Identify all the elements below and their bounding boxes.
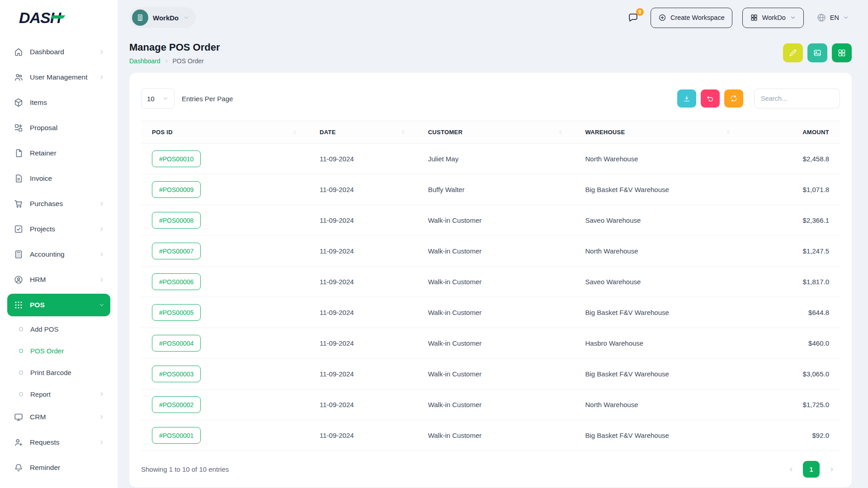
prev-page-button[interactable]	[783, 461, 799, 478]
language-selector[interactable]: EN	[814, 12, 852, 23]
pos-id-badge[interactable]: #POS00008	[152, 212, 201, 229]
sidebar-item-dashboard[interactable]: Dashboard	[7, 41, 110, 63]
edit-button[interactable]	[783, 43, 803, 62]
chevron-down-icon	[183, 14, 189, 21]
sidebar-item-reminder[interactable]: Reminder	[7, 456, 110, 479]
cell-amount: $2,366.1	[742, 205, 840, 236]
cell-warehouse: Big Basket F&V Warehouse	[575, 420, 742, 451]
cell-warehouse: North Warehouse	[575, 389, 742, 420]
table-row: #POS00004 11-09-2024 Walk-in Customer Ha…	[141, 328, 840, 359]
cell-amount: $1,817.0	[742, 267, 840, 297]
pos-id-badge[interactable]: #POS00006	[152, 273, 201, 290]
sort-icon[interactable]	[725, 129, 731, 136]
pos-id-badge[interactable]: #POS00005	[152, 304, 201, 321]
pos-icon	[14, 300, 24, 310]
page-content: Manage POS Order Dashboard POS Order	[118, 35, 868, 488]
circle-icon	[19, 349, 23, 353]
workdo-menu-button[interactable]: WorkDo	[742, 8, 804, 28]
home-icon	[14, 47, 24, 57]
sidebar-item-requests[interactable]: Requests	[7, 431, 110, 454]
pos-id-badge[interactable]: #POS00002	[152, 396, 201, 413]
circle-icon	[19, 371, 23, 375]
sidebar-item-label: Invoice	[30, 174, 105, 183]
pos-id-badge[interactable]: #POS00007	[152, 243, 201, 259]
cell-customer: Walk-in Customer	[417, 267, 575, 297]
sidebar-item-label: CRM	[30, 413, 99, 421]
media-button[interactable]	[807, 43, 827, 62]
sidebar-item-retainer[interactable]: Retainer	[7, 142, 110, 164]
next-page-button[interactable]	[823, 461, 840, 478]
sidebar-item-label: HRM	[30, 276, 99, 284]
reminder-icon	[14, 463, 24, 473]
sidebar-item-hrm[interactable]: HRM	[7, 268, 110, 291]
sidebar-item-items[interactable]: Items	[7, 91, 110, 114]
cell-warehouse: Hasbro Warehouse	[575, 328, 742, 359]
cell-amount: $644.8	[742, 297, 840, 328]
sidebar-subitem-label: Report	[30, 390, 99, 398]
sort-icon[interactable]	[557, 129, 564, 136]
cell-customer: Walk-in Customer	[417, 389, 575, 420]
cell-date: 11-09-2024	[309, 328, 417, 359]
cell-date: 11-09-2024	[309, 236, 417, 267]
logo-row: DASH	[7, 0, 110, 35]
breadcrumb-dashboard-link[interactable]: Dashboard	[129, 57, 160, 65]
quick-actions	[783, 43, 852, 62]
table-footer: Showing 1 to 10 of 10 entries 1	[141, 461, 840, 478]
sidebar-item-user-management[interactable]: User Management	[7, 66, 110, 89]
sidebar-item-label: POS	[30, 301, 99, 309]
search-input[interactable]	[754, 89, 840, 108]
cell-date: 11-09-2024	[309, 297, 417, 328]
sidebar-item-purchases[interactable]: Purchases	[7, 192, 110, 215]
cell-customer: Juliet May	[417, 144, 575, 174]
sidebar-subitem-pos-order[interactable]: POS Order	[7, 341, 110, 361]
workspace-selector[interactable]: WorkDo	[129, 7, 196, 28]
pos-id-badge[interactable]: #POS00004	[152, 335, 201, 352]
sort-icon[interactable]	[292, 129, 298, 136]
cell-date: 11-09-2024	[309, 267, 417, 297]
pos-order-card: 10 Entries Per Page	[129, 73, 852, 488]
purchases-icon	[14, 199, 24, 209]
grid-view-button[interactable]	[832, 43, 852, 62]
sidebar-item-crm[interactable]: CRM	[7, 406, 110, 428]
refresh-button[interactable]	[724, 89, 743, 108]
sidebar-item-accounting[interactable]: Accounting	[7, 243, 110, 266]
sidebar-item-invoice[interactable]: Invoice	[7, 167, 110, 190]
column-date: DATE	[320, 129, 336, 136]
undo-button[interactable]	[701, 89, 720, 108]
pos-id-badge[interactable]: #POS00010	[152, 150, 201, 167]
pencil-icon	[788, 48, 797, 57]
cell-amount: $460.0	[742, 328, 840, 359]
brand-logo[interactable]: DASH	[19, 9, 61, 27]
table-actions	[677, 89, 840, 108]
sidebar-subitem-report[interactable]: Report	[7, 384, 110, 404]
page-1-button[interactable]: 1	[803, 461, 820, 478]
messages-button[interactable]: 0	[626, 10, 641, 25]
projects-icon	[14, 224, 24, 234]
sidebar-item-label: Requests	[30, 438, 99, 446]
cell-amount: $2,458.8	[742, 144, 840, 174]
create-workspace-label: Create Workspace	[670, 14, 725, 21]
sidebar-item-pos[interactable]: POS	[7, 294, 110, 316]
sort-icon[interactable]	[400, 129, 406, 136]
chevron-down-icon	[843, 14, 849, 21]
circle-icon	[19, 392, 23, 396]
cell-date: 11-09-2024	[309, 389, 417, 420]
sidebar-item-projects[interactable]: Projects	[7, 218, 110, 240]
chevron-icon	[99, 414, 105, 420]
language-label: EN	[830, 14, 839, 21]
chevron-icon	[99, 251, 105, 258]
pos-id-badge[interactable]: #POS00003	[152, 366, 201, 382]
chevron-right-icon	[164, 59, 169, 64]
export-button[interactable]	[677, 89, 696, 108]
chevron-icon	[99, 391, 105, 397]
create-workspace-button[interactable]: Create Workspace	[651, 8, 732, 28]
sidebar-item-proposal[interactable]: Proposal	[7, 117, 110, 139]
pos-id-badge[interactable]: #POS00009	[152, 181, 201, 198]
workspace-name: WorkDo	[153, 14, 179, 22]
sidebar-item-label: Retainer	[30, 149, 105, 157]
column-warehouse: WAREHOUSE	[585, 129, 625, 136]
sidebar-subitem-add-pos[interactable]: Add POS	[7, 319, 110, 339]
sidebar-subitem-print-barcode[interactable]: Print Barcode	[7, 362, 110, 382]
entries-per-page-select[interactable]: 10	[141, 88, 175, 109]
pos-id-badge[interactable]: #POS00001	[152, 427, 201, 444]
